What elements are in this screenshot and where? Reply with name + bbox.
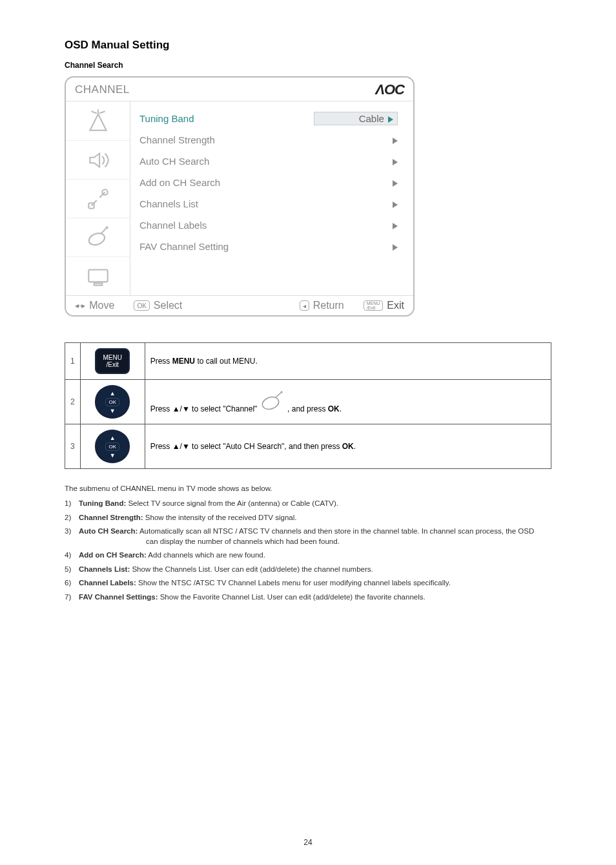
list-item: 2)Channel Strength: Show the intensity o… bbox=[65, 513, 551, 523]
osd-footer: ◂◦▸ Move OK Select ◂ Return MENU/Exit Ex… bbox=[66, 295, 413, 315]
chevron-right-icon bbox=[393, 180, 398, 187]
channel-inline-icon bbox=[260, 391, 285, 412]
antenna-icon bbox=[66, 101, 130, 140]
osd-row-channels-list[interactable]: Channels List bbox=[139, 193, 398, 214]
row-label: Auto CH Search bbox=[139, 156, 209, 167]
list-item: 5)Channels List: Show the Channels List.… bbox=[65, 565, 551, 575]
satellite-icon bbox=[66, 218, 130, 256]
list-item: 4)Add on CH Search: Add channels which a… bbox=[65, 550, 551, 561]
footer-move: ◂◦▸ Move bbox=[75, 300, 114, 311]
svg-point-5 bbox=[87, 231, 106, 246]
back-badge-icon: ◂ bbox=[300, 300, 309, 311]
footer-move-label: Move bbox=[89, 300, 114, 311]
row-label: Add on CH Search bbox=[139, 177, 220, 188]
footer-exit-label: Exit bbox=[387, 300, 404, 311]
footer-exit: MENU/Exit Exit bbox=[364, 300, 404, 311]
ok-label: OK bbox=[105, 398, 119, 406]
svg-point-10 bbox=[261, 395, 280, 411]
menu-btn-top: MENU bbox=[103, 354, 121, 361]
osd-rows: Tuning Band Cable Channel Strength Auto … bbox=[130, 101, 413, 295]
table-row: 1 MENU /Exit Press MENU to call out MENU… bbox=[65, 343, 551, 380]
svg-line-11 bbox=[275, 393, 281, 398]
list-item: 1)Tuning Band: Select TV source signal f… bbox=[65, 499, 551, 509]
down-arrow-icon: ▼ bbox=[110, 408, 116, 414]
chevron-right-icon bbox=[393, 202, 398, 208]
chevron-right-icon bbox=[393, 223, 398, 229]
tools-icon bbox=[66, 179, 130, 218]
svg-point-12 bbox=[280, 391, 282, 393]
row-label: Tuning Band bbox=[139, 113, 194, 124]
row-label: Channels List bbox=[139, 198, 198, 209]
osd-row-add-on-ch-search[interactable]: Add on CH Search bbox=[139, 172, 398, 193]
osd-panel: CHANNEL ΛOC Tuning Band Cable bbox=[65, 76, 415, 317]
step-text: Press ▲/▼ to select "Auto CH Search", an… bbox=[145, 424, 551, 469]
up-arrow-icon: ▲ bbox=[110, 390, 116, 397]
step-number: 1 bbox=[65, 343, 81, 380]
row-label: Channel Strength bbox=[139, 134, 215, 145]
down-arrow-icon: ▼ bbox=[110, 452, 116, 459]
submenu-note: The submenu of CHANNEL menu in TV mode s… bbox=[65, 485, 551, 492]
list-item: 6)Channel Labels: Show the NTSC /ATSC TV… bbox=[65, 578, 551, 589]
row-label: FAV Channel Setting bbox=[139, 241, 229, 252]
footer-select: OK Select bbox=[134, 300, 182, 311]
step-number: 2 bbox=[65, 380, 81, 424]
menu-button-graphic: MENU /Exit bbox=[95, 348, 130, 374]
footer-return: ◂ Return bbox=[300, 300, 344, 311]
step-icon-cell: ▲ OK ▼ bbox=[80, 424, 145, 469]
svg-line-6 bbox=[101, 228, 106, 233]
speaker-icon bbox=[66, 140, 130, 179]
footer-select-label: Select bbox=[154, 300, 182, 311]
svg-point-7 bbox=[105, 226, 108, 229]
osd-row-auto-ch-search[interactable]: Auto CH Search bbox=[139, 151, 398, 172]
list-item: 3)Auto CH Search: Automatically scan all… bbox=[65, 526, 551, 547]
page-number: 24 bbox=[0, 838, 616, 847]
monitor-icon bbox=[66, 256, 130, 295]
footer-return-label: Return bbox=[313, 300, 344, 311]
ok-badge-icon: OK bbox=[134, 300, 149, 311]
dpad-icon: ◂◦▸ bbox=[75, 301, 85, 310]
svg-line-2 bbox=[99, 111, 105, 113]
ok-label: OK bbox=[105, 443, 119, 451]
svg-line-1 bbox=[91, 111, 96, 113]
row-value: Cable bbox=[359, 113, 384, 124]
step-icon-cell: MENU /Exit bbox=[80, 343, 145, 380]
ok-button-graphic: ▲ OK ▼ bbox=[95, 385, 130, 419]
chevron-right-icon bbox=[393, 244, 398, 251]
brand-logo: ΛOC bbox=[375, 81, 404, 98]
osd-row-tuning-band[interactable]: Tuning Band Cable bbox=[139, 108, 398, 129]
row-label: Channel Labels bbox=[139, 220, 207, 231]
svg-rect-8 bbox=[88, 269, 107, 282]
osd-header-title: CHANNEL bbox=[75, 83, 130, 96]
steps-table: 1 MENU /Exit Press MENU to call out MENU… bbox=[65, 342, 551, 469]
chevron-right-icon bbox=[393, 138, 398, 144]
osd-row-channel-labels[interactable]: Channel Labels bbox=[139, 214, 398, 236]
step-text: Press ▲/▼ to select "Channel" , and pres… bbox=[145, 380, 551, 424]
definitions-list: 1)Tuning Band: Select TV source signal f… bbox=[65, 499, 551, 602]
up-arrow-icon: ▲ bbox=[110, 435, 116, 441]
chevron-right-icon bbox=[393, 159, 398, 165]
chevron-right-icon bbox=[388, 116, 393, 123]
osd-header: CHANNEL ΛOC bbox=[66, 78, 413, 101]
page-title: OSD Manual Setting bbox=[65, 39, 551, 52]
osd-sidebar bbox=[66, 101, 130, 295]
table-row: 3 ▲ OK ▼ Press ▲/▼ to select "Auto CH Se… bbox=[65, 424, 551, 469]
step-number: 3 bbox=[65, 424, 81, 469]
osd-row-channel-strength[interactable]: Channel Strength bbox=[139, 129, 398, 151]
section-subtitle: Channel Search bbox=[65, 61, 551, 70]
step-icon-cell: ▲ OK ▼ bbox=[80, 380, 145, 424]
menu-btn-bottom: /Exit bbox=[106, 361, 118, 368]
table-row: 2 ▲ OK ▼ Press ▲/▼ to select "Channel" ,… bbox=[65, 380, 551, 424]
step-text: Press MENU to call out MENU. bbox=[145, 343, 551, 380]
ok-button-graphic: ▲ OK ▼ bbox=[95, 430, 130, 463]
list-item: 7)FAV Channel Settings: Show the Favorit… bbox=[65, 592, 551, 603]
menu-exit-badge-icon: MENU/Exit bbox=[364, 300, 384, 311]
svg-rect-9 bbox=[94, 283, 102, 285]
osd-row-fav-channel-setting[interactable]: FAV Channel Setting bbox=[139, 236, 398, 257]
